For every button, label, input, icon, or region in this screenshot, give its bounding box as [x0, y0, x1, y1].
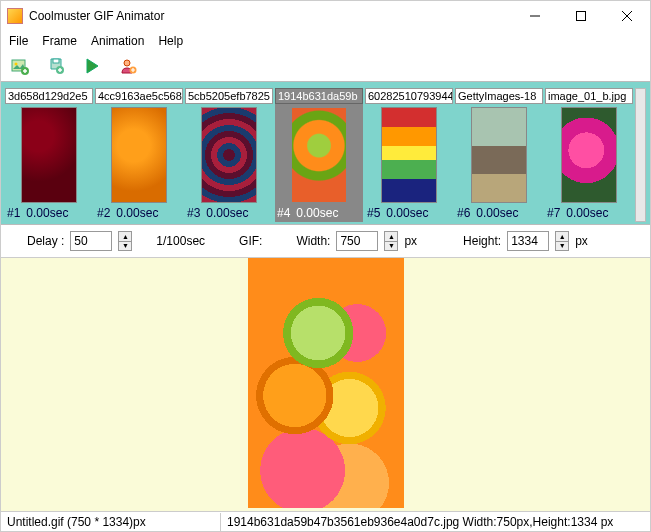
delay-label: Delay :	[27, 234, 64, 248]
preview-image	[248, 258, 404, 508]
delay-unit: 1/100sec	[156, 234, 205, 248]
menu-file[interactable]: File	[9, 34, 28, 48]
svg-rect-1	[577, 12, 586, 21]
frame-thumbnail	[201, 107, 257, 203]
frame-info: #20.00sec	[95, 206, 183, 222]
minimize-button[interactable]	[512, 1, 558, 31]
frame-filename: 3d658d129d2e5	[5, 88, 93, 104]
delay-input[interactable]	[70, 231, 112, 251]
status-bar: Untitled.gif (750 * 1334)px 1914b631da59…	[1, 511, 650, 531]
frame-thumbnail	[471, 107, 527, 203]
frame-strip: 3d658d129d2e5#10.00sec4cc9163ae5c568#20.…	[1, 81, 650, 225]
frame-item[interactable]: GettyImages-18#60.00sec	[455, 88, 543, 222]
frame-filename: 4cc9163ae5c568	[95, 88, 183, 104]
frame-thumbnail	[111, 107, 167, 203]
status-right: 1914b631da59b47b3561eb936e4a0d7c.jpg Wid…	[221, 513, 650, 531]
frame-info: #10.00sec	[5, 206, 93, 222]
height-spinner[interactable]: ▲▼	[555, 231, 569, 251]
frame-item[interactable]: 4cc9163ae5c568#20.00sec	[95, 88, 183, 222]
gif-label: GIF:	[239, 234, 262, 248]
menu-bar: File Frame Animation Help	[1, 31, 650, 53]
frame-item[interactable]: image_01_b.jpg#70.00sec	[545, 88, 633, 222]
width-label: Width:	[296, 234, 330, 248]
frame-item[interactable]: 1914b631da59b#40.00sec	[275, 88, 363, 222]
frame-thumbnail	[381, 107, 437, 203]
frame-item[interactable]: 60282510793944#50.00sec	[365, 88, 453, 222]
frame-filename: 1914b631da59b	[275, 88, 363, 104]
frame-thumbnail	[291, 107, 347, 203]
app-icon	[7, 8, 23, 24]
frame-thumbnail	[21, 107, 77, 203]
frame-filename: 60282510793944	[365, 88, 453, 104]
svg-point-11	[124, 60, 130, 66]
width-spinner[interactable]: ▲▼	[384, 231, 398, 251]
save-icon[interactable]	[47, 57, 65, 75]
controls-bar: Delay : ▲▼ 1/100sec GIF: Width: ▲▼ px He…	[1, 225, 650, 258]
frame-info: #30.00sec	[185, 206, 273, 222]
frame-info: #50.00sec	[365, 206, 453, 222]
title-bar: Coolmuster GIF Animator	[1, 1, 650, 31]
toolbar	[1, 53, 650, 81]
person-icon[interactable]	[119, 57, 137, 75]
frame-filename: GettyImages-18	[455, 88, 543, 104]
svg-rect-9	[53, 59, 59, 63]
frame-filename: 5cb5205efb7825	[185, 88, 273, 104]
height-label: Height:	[463, 234, 501, 248]
height-unit: px	[575, 234, 588, 248]
frame-info: #40.00sec	[275, 206, 363, 222]
delay-spinner[interactable]: ▲▼	[118, 231, 132, 251]
status-left: Untitled.gif (750 * 1334)px	[1, 513, 221, 531]
frame-info: #70.00sec	[545, 206, 633, 222]
preview-area	[1, 258, 650, 511]
close-button[interactable]	[604, 1, 650, 31]
frame-scrollbar[interactable]	[635, 88, 646, 222]
frame-item[interactable]: 5cb5205efb7825#30.00sec	[185, 88, 273, 222]
play-icon[interactable]	[83, 57, 101, 75]
menu-frame[interactable]: Frame	[42, 34, 77, 48]
app-title: Coolmuster GIF Animator	[29, 9, 512, 23]
maximize-button[interactable]	[558, 1, 604, 31]
menu-animation[interactable]: Animation	[91, 34, 144, 48]
width-input[interactable]	[336, 231, 378, 251]
frame-info: #60.00sec	[455, 206, 543, 222]
add-image-icon[interactable]	[11, 57, 29, 75]
height-input[interactable]	[507, 231, 549, 251]
width-unit: px	[404, 234, 417, 248]
frame-filename: image_01_b.jpg	[545, 88, 633, 104]
menu-help[interactable]: Help	[158, 34, 183, 48]
frame-item[interactable]: 3d658d129d2e5#10.00sec	[5, 88, 93, 222]
frame-thumbnail	[561, 107, 617, 203]
